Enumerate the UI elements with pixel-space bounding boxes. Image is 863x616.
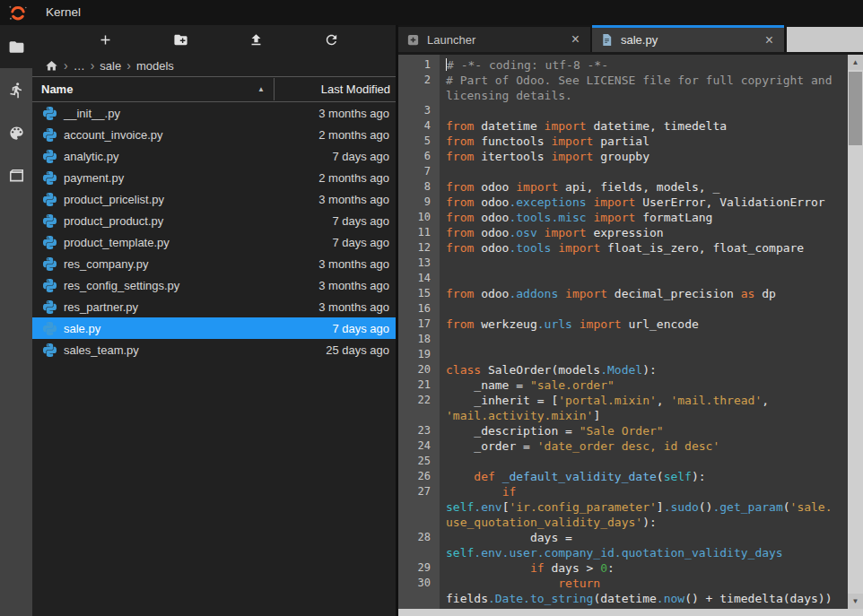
code-line[interactable]: 28 days = bbox=[398, 530, 848, 545]
menu-kernel[interactable]: Kernel bbox=[36, 0, 100, 25]
tab-sale-py[interactable]: sale.py× bbox=[592, 25, 784, 52]
line-number: 7 bbox=[398, 164, 440, 179]
code-line[interactable]: 9from odoo.exceptions import UserError, … bbox=[398, 195, 848, 210]
code-line[interactable]: 4from datetime import datetime, timedelt… bbox=[398, 118, 848, 134]
code-line[interactable]: 20class SaleOrder(models.Model): bbox=[398, 362, 848, 377]
line-number: 13 bbox=[398, 256, 440, 271]
code-line[interactable]: 11from odoo.osv import expression bbox=[398, 225, 848, 240]
line-number bbox=[398, 499, 440, 515]
code-text: _description = "Sale Order" bbox=[440, 423, 664, 438]
code-line[interactable]: 26 def _default_validity_date(self): bbox=[398, 469, 848, 484]
sidebar-item-running-sessions[interactable] bbox=[0, 68, 32, 111]
python-file-icon bbox=[43, 128, 57, 142]
code-line[interactable]: 27 if bbox=[398, 484, 848, 499]
code-line[interactable]: fields.Date.to_string(datetime.now() + t… bbox=[398, 591, 848, 606]
code-line[interactable]: use_quotation_validity_days'): bbox=[398, 515, 848, 530]
code-line[interactable]: self.env['ir.config_parameter'].sudo().g… bbox=[398, 499, 848, 515]
scrollbar-thumb[interactable] bbox=[849, 72, 862, 145]
file-row[interactable]: payment.py2 months ago bbox=[32, 167, 396, 188]
code-line[interactable]: self.env.user.company_id.quotation_valid… bbox=[398, 545, 848, 560]
code-line[interactable]: 23 _description = "Sale Order" bbox=[398, 423, 848, 438]
sidebar-item-file-browser[interactable] bbox=[0, 25, 32, 68]
menu-bar: FileEditViewRunKernelOdooTabsSettingsHel… bbox=[0, 0, 863, 25]
code-line[interactable]: 1# -*- coding: utf-8 -*- bbox=[398, 57, 848, 73]
file-name: product_template.py bbox=[64, 236, 264, 249]
breadcrumb-item[interactable]: sale bbox=[100, 59, 121, 73]
code-line[interactable]: 3 bbox=[398, 103, 848, 118]
home-icon[interactable] bbox=[45, 59, 58, 73]
jupyterlab-window: FileEditViewRunKernelOdooTabsSettingsHel… bbox=[0, 0, 863, 616]
file-row[interactable]: product_template.py7 days ago bbox=[32, 231, 396, 253]
code-line[interactable]: 10from odoo.tools.misc import formatLang bbox=[398, 210, 848, 225]
breadcrumb-item[interactable]: … bbox=[74, 59, 85, 73]
code-line[interactable]: 7 bbox=[398, 164, 848, 179]
scroll-up-icon[interactable]: ▲ bbox=[848, 55, 863, 70]
code-text: from datetime import datetime, timedelta bbox=[440, 118, 727, 134]
code-line[interactable]: 12from odoo.tools import float_is_zero, … bbox=[398, 240, 848, 256]
tab-launcher[interactable]: Launcher× bbox=[398, 27, 590, 52]
line-number: 28 bbox=[398, 530, 440, 545]
code-line[interactable]: 22 _inherit = ['portal.mixin', 'mail.thr… bbox=[398, 393, 848, 408]
file-row[interactable]: product_product.py7 days ago bbox=[32, 210, 396, 231]
line-number: 3 bbox=[398, 103, 440, 118]
file-row[interactable]: account_invoice.py2 months ago bbox=[32, 124, 396, 145]
code-line[interactable]: 15from odoo.addons import decimal_precis… bbox=[398, 286, 848, 301]
upload-button[interactable] bbox=[245, 30, 266, 51]
new-folder-button[interactable] bbox=[170, 30, 192, 51]
vertical-scrollbar[interactable]: ▲ ▼ bbox=[848, 55, 863, 609]
file-row[interactable]: res_config_settings.py3 months ago bbox=[32, 274, 396, 296]
file-name: res_config_settings.py bbox=[64, 279, 264, 292]
code-text: if bbox=[440, 484, 516, 499]
code-content[interactable]: 1# -*- coding: utf-8 -*-2# Part of Odoo.… bbox=[398, 55, 848, 609]
activity-bar bbox=[0, 25, 32, 616]
file-row[interactable]: sale.py7 days ago bbox=[32, 317, 396, 339]
line-number: 8 bbox=[398, 179, 440, 195]
close-icon[interactable]: × bbox=[569, 32, 582, 47]
scroll-down-icon[interactable]: ▼ bbox=[848, 594, 863, 609]
code-editor[interactable]: 1# -*- coding: utf-8 -*-2# Part of Odoo.… bbox=[398, 52, 863, 616]
file-row[interactable]: analytic.py7 days ago bbox=[32, 145, 396, 167]
code-text: from odoo.tools import float_is_zero, fl… bbox=[440, 240, 804, 256]
code-line[interactable]: 21 _name = "sale.order" bbox=[398, 377, 848, 393]
code-line[interactable]: 24 _order = 'date_order desc, id desc' bbox=[398, 438, 848, 454]
code-line[interactable]: 16 bbox=[398, 301, 848, 317]
code-text: from odoo.addons import decimal_precisio… bbox=[440, 286, 776, 301]
file-name: analytic.py bbox=[64, 150, 264, 163]
file-row[interactable]: product_pricelist.py3 months ago bbox=[32, 188, 396, 210]
line-number: 22 bbox=[398, 393, 440, 408]
code-line[interactable]: 5from functools import partial bbox=[398, 134, 848, 149]
column-header-name[interactable]: Name ▲ bbox=[32, 82, 274, 96]
sidebar-item-open-tabs[interactable] bbox=[0, 154, 32, 197]
line-number: 10 bbox=[398, 210, 440, 225]
file-row[interactable]: __init__.py3 months ago bbox=[32, 102, 396, 124]
code-line[interactable]: 2# Part of Odoo. See LICENSE file for fu… bbox=[398, 73, 848, 88]
column-header-last-modified[interactable]: Last Modified bbox=[274, 78, 396, 100]
code-line[interactable]: licensing details. bbox=[398, 88, 848, 103]
code-line[interactable]: 29 if days > 0: bbox=[398, 560, 848, 576]
code-line[interactable]: 30 return bbox=[398, 576, 848, 591]
code-line[interactable]: 'mail.activity.mixin'] bbox=[398, 408, 848, 423]
code-line[interactable]: 8from odoo import api, fields, models, _ bbox=[398, 179, 848, 195]
sort-ascending-icon: ▲ bbox=[257, 85, 265, 93]
file-row[interactable]: res_partner.py3 months ago bbox=[32, 296, 396, 317]
refresh-button[interactable] bbox=[320, 30, 342, 51]
code-line[interactable]: 25 bbox=[398, 454, 848, 469]
horizontal-scrollbar[interactable] bbox=[398, 609, 848, 616]
sidebar-item-command-palette[interactable] bbox=[0, 111, 32, 154]
close-icon[interactable]: × bbox=[763, 33, 776, 48]
file-row[interactable]: res_company.py3 months ago bbox=[32, 253, 396, 274]
file-name: sale.py bbox=[64, 322, 264, 335]
main-dock-panel: Launcher×sale.py× 1# -*- coding: utf-8 -… bbox=[398, 25, 863, 616]
code-line[interactable]: 18 bbox=[398, 332, 848, 347]
code-line[interactable]: 17from werkzeug.urls import url_encode bbox=[398, 317, 848, 332]
code-line[interactable]: 13 bbox=[398, 256, 848, 271]
code-line[interactable]: 19 bbox=[398, 347, 848, 362]
file-row[interactable]: sales_team.py25 days ago bbox=[32, 339, 396, 360]
breadcrumb-item[interactable]: models bbox=[136, 59, 174, 73]
line-number: 21 bbox=[398, 377, 440, 393]
code-line[interactable]: 14 bbox=[398, 271, 848, 286]
new-launcher-button[interactable] bbox=[95, 30, 117, 51]
code-text bbox=[440, 454, 446, 469]
code-text: class SaleOrder(models.Model): bbox=[440, 362, 657, 377]
code-line[interactable]: 6from itertools import groupby bbox=[398, 149, 848, 164]
